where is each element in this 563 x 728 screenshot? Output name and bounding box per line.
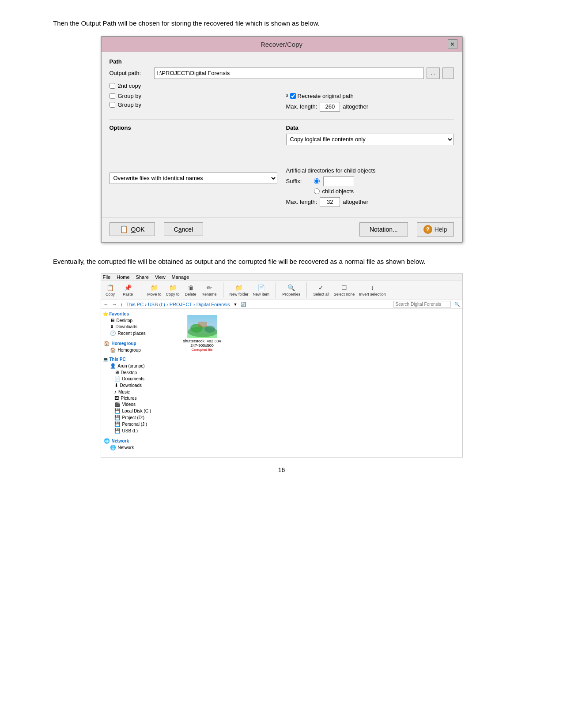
sidebar-item-localdisk[interactable]: 💾 Local Disk (C:) [103,408,174,414]
help-icon: ? [423,225,432,234]
sidebar-item-music[interactable]: ♪ Music [103,389,174,395]
toolbar-properties[interactable]: 🔍 Properties [282,284,300,296]
sidebar-item-homegroup-sub[interactable]: 🏠 Homegroup [103,347,174,353]
group-by-checkbox-2[interactable] [110,102,115,108]
toolbar-new-item[interactable]: 📄 New item [253,284,270,296]
invert-icon: ↕ [371,284,374,291]
toolbar-move[interactable]: 📁 Move to [147,284,162,296]
explorer-main-area: shutterstock_482 334247-900x500 Corrupte… [176,309,462,457]
options-label: Options [110,124,277,131]
sidebar-item-pc-desktop[interactable]: 🖥 Desktop [103,369,174,375]
file-item-corrupted[interactable]: shutterstock_482 334247-900x500 Corrupte… [182,315,222,352]
sidebar-item-network[interactable]: 🌐 Network [103,438,174,444]
search-icon[interactable]: 🔍 [454,302,460,307]
paste-label: Paste [123,292,133,296]
suffix-radio-1[interactable] [314,178,320,184]
favorites-title: ⭐ Favorites [103,311,174,316]
menu-manage[interactable]: Manage [172,274,189,280]
new-item-label: New item [253,292,270,296]
toolbar-copyto[interactable]: 📁 Copy to [166,284,180,296]
sidebar-item-pictures[interactable]: 🖼 Pictures [103,395,174,401]
close-button[interactable]: × [448,39,457,49]
nav-forward[interactable]: → [112,302,117,307]
nav-up[interactable]: ↑ [121,302,123,307]
max-length-input[interactable] [320,102,340,112]
move-label: Move to [147,292,162,296]
menu-share[interactable]: Share [136,274,149,280]
cancel-button[interactable]: Cancel [164,222,204,236]
sidebar-item-desktop[interactable]: 🖥 Desktop [103,317,174,323]
toolbar-rename[interactable]: ✏ Rename [202,284,217,296]
toolbar-invert[interactable]: ↕ Invert selection [359,284,386,296]
toolbar-select-all[interactable]: ✓ Select all [313,284,329,296]
sidebar-item-homegroup[interactable]: 🏠 Homegroup [103,340,174,347]
browse-square-icon [442,68,454,79]
data-select[interactable]: Copy logical file contents only [286,134,454,145]
max-length-row: Max. length: altogether [286,102,454,112]
file-name: shutterstock_482 334247-900x500 [182,339,222,348]
max-length-label: Max. length: [286,103,317,110]
sidebar-item-downloads[interactable]: ⬇ Downloads [103,323,174,330]
sidebar-item-documents[interactable]: 📄 Documents [103,375,174,382]
output-path-input[interactable] [154,68,424,79]
svg-rect-4 [198,322,207,327]
select-all-label: Select all [313,292,329,296]
overwrite-select[interactable]: Overwrite files with identical names [110,173,277,184]
options-empty-area [110,134,277,169]
properties-icon: 🔍 [287,284,295,291]
copy-label: Copy [106,292,115,296]
browse-button[interactable]: ... [427,68,440,79]
output-path-row: Output path: ... [110,68,454,79]
sidebar-item-project[interactable]: 💾 Project (D:) [103,414,174,421]
network-icon: 🌐 [104,438,110,444]
file-thumbnail [187,315,217,338]
menu-file[interactable]: File [103,274,111,280]
max-length-row-2: Max. length: altogether [286,197,454,207]
data-dropdown-row: Copy logical file contents only [286,134,454,145]
ok-button[interactable]: 📋 OOK [110,222,155,236]
artificial-label: Artificial directories for child objects [286,167,454,174]
altogether-label-1: altogether [343,103,368,110]
sidebar-item-arun[interactable]: 👤 Arun (arunpc) [103,363,174,369]
sidebar-item-videos[interactable]: 🎬 Videos [103,401,174,408]
nav-go-icon[interactable]: 🔄 [241,302,246,307]
videos-icon: 🎬 [114,402,121,407]
explorer-content: ⭐ Favorites 🖥 Desktop ⬇ Downloads 🕐 Rece… [101,309,462,457]
max-length-input-2[interactable] [320,197,340,207]
dialog-title: Recover/Copy [261,41,302,48]
search-input[interactable] [393,301,451,308]
usb-icon: 💾 [114,428,121,434]
sidebar-item-usb[interactable]: 💾 USB (I:) [103,428,174,434]
sidebar-item-recent[interactable]: 🕐 Recent places [103,330,174,337]
second-copy-checkbox[interactable] [110,83,115,89]
address-dropdown-icon[interactable]: ▼ [234,302,238,307]
toolbar-sep-4 [306,282,307,298]
suffix-radio-2[interactable] [314,188,320,194]
paste-icon: 📌 [124,284,132,291]
desktop-icon: 🖥 [110,318,115,323]
toolbar-select-none[interactable]: ☐ Select none [334,284,355,296]
toolbar-copy[interactable]: 📋 Copy [104,284,117,296]
sidebar-item-personal[interactable]: 💾 Personal (J:) [103,421,174,428]
copy-icon: 📋 [106,284,114,291]
address-path[interactable]: This PC › USB (I:) › PROJECT › Digital F… [126,302,230,307]
toolbar-paste[interactable]: 📌 Paste [121,284,135,296]
toolbar-new-folder[interactable]: 📁 New folder [230,284,249,296]
help-button[interactable]: ? Help [417,222,454,236]
sidebar-item-pc-downloads[interactable]: ⬇ Downloads [103,382,174,389]
recent-icon: 🕐 [110,330,116,336]
sidebar-item-network-sub[interactable]: 🌐 Network [103,444,174,451]
left-buttons: 📋 OOK Cancel [110,222,204,236]
notation-button[interactable]: Notation... [359,222,408,236]
nav-back[interactable]: ← [104,302,109,307]
recreate-checkbox[interactable] [290,93,296,99]
new-folder-label: New folder [230,292,249,296]
max-length-label-2: Max. length: [286,199,317,205]
toolbar-delete[interactable]: 🗑 Delete [184,284,197,296]
data-spacer [286,150,454,163]
group-by-checkbox-1[interactable] [110,93,115,99]
suffix-input[interactable] [323,176,354,186]
menu-view[interactable]: View [155,274,166,280]
menu-home[interactable]: Home [117,274,129,280]
rename-label: Rename [202,292,217,296]
